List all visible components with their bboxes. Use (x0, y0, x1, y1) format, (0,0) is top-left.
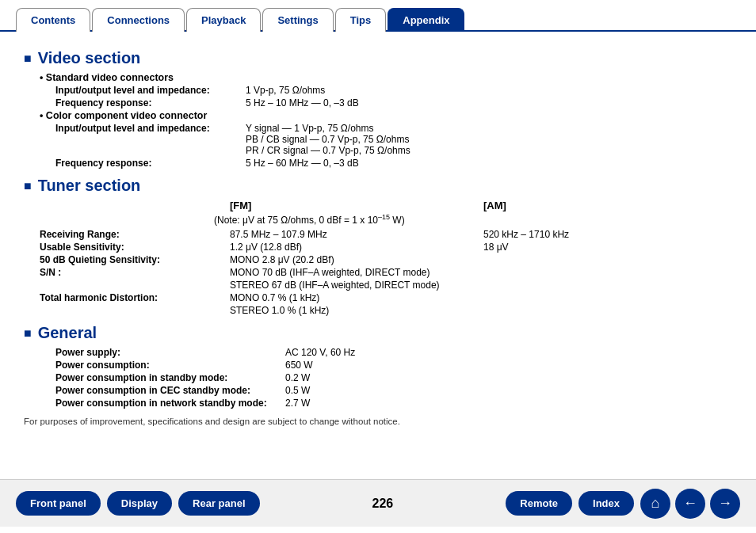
forward-arrow-icon: → (718, 495, 732, 512)
home-icon: ⌂ (651, 495, 660, 512)
icon-buttons: ⌂ ← → (640, 489, 740, 519)
general-row-cec-standby: Power consumption in CEC standby mode: 0… (55, 385, 732, 396)
video-row3-label: Input/output level and impedance: (55, 123, 246, 156)
tuner-fm-header: [FM] (230, 200, 483, 211)
tab-connections[interactable]: Connections (92, 8, 185, 32)
tuner-row-50db: 50 dB Quieting Sensitivity: MONO 2.8 μV … (40, 254, 732, 265)
tab-tips[interactable]: Tips (335, 8, 387, 32)
video-section-title: Video section (24, 49, 732, 67)
video-row4-value: 5 Hz – 60 MHz — 0, –3 dB (246, 158, 359, 169)
video-row3-values: Y signal — 1 Vp-p, 75 Ω/ohms PB / CB sig… (246, 123, 410, 156)
forward-button[interactable]: → (710, 489, 740, 519)
tuner-am-header: [AM] (483, 200, 506, 211)
tuner-row-thd1: Total harmonic Distortion: MONO 0.7 % (1… (40, 292, 732, 303)
back-arrow-icon: ← (683, 495, 697, 512)
video-bullet1: • Standard video connectors (40, 72, 732, 83)
general-section-title: General (24, 324, 732, 342)
tuner-row-sn1: S/N : MONO 70 dB (IHF–A weighted, DIRECT… (40, 267, 732, 278)
display-button[interactable]: Display (107, 491, 172, 516)
video-row1-value: 1 Vp-p, 75 Ω/ohms (246, 85, 325, 96)
video-row4-label: Frequency response: (55, 158, 246, 169)
tab-navigation: Contents Connections Playback Settings T… (0, 0, 756, 32)
general-row-standby: Power consumption in standby mode: 0.2 W (55, 372, 732, 383)
video-row2-value: 5 Hz – 10 MHz — 0, –3 dB (246, 97, 359, 109)
tuner-row-sn2: STEREO 67 dB (IHF–A weighted, DIRECT mod… (40, 280, 732, 291)
bottom-navigation: Front panel Display Rear panel 226 Remot… (0, 479, 756, 527)
video-row1-label: Input/output level and impedance: (55, 85, 246, 96)
tab-appendix[interactable]: Appendix (388, 8, 464, 32)
tuner-section-title: Tuner section (24, 177, 732, 195)
tab-contents[interactable]: Contents (16, 8, 90, 32)
tab-playback[interactable]: Playback (186, 8, 261, 32)
page-number: 226 (367, 497, 399, 511)
tuner-row-thd2: STEREO 1.0 % (1 kHz) (40, 305, 732, 316)
index-button[interactable]: Index (578, 491, 634, 516)
video-row2-label: Frequency response: (55, 97, 246, 109)
general-row-power-supply: Power supply: AC 120 V, 60 Hz (55, 347, 732, 358)
general-row-power-consumption: Power consumption: 650 W (55, 360, 732, 371)
tuner-row-receiving: Receiving Range: 87.5 MHz – 107.9 MHz 52… (40, 229, 732, 240)
home-button[interactable]: ⌂ (640, 489, 670, 519)
bottom-nav-buttons: Front panel Display Rear panel (16, 491, 260, 516)
back-button[interactable]: ← (675, 489, 705, 519)
tuner-note: (Note: μV at 75 Ω/ohms, 0 dBf = 1 x 10–1… (214, 213, 405, 226)
footer-note: For purposes of improvement, specificati… (24, 417, 732, 426)
front-panel-button[interactable]: Front panel (16, 491, 101, 516)
remote-button[interactable]: Remote (506, 491, 572, 516)
rear-panel-button[interactable]: Rear panel (178, 491, 259, 516)
video-bullet2: • Color component video connector (40, 110, 732, 121)
tuner-row-usable: Usable Sensitivity: 1.2 μV (12.8 dBf) 18… (40, 242, 732, 253)
general-row-network-standby: Power consumption in network standby mod… (55, 398, 732, 409)
tab-settings[interactable]: Settings (262, 8, 333, 32)
main-content: Video section • Standard video connector… (0, 32, 756, 479)
bottom-nav-right: Remote Index ⌂ ← → (506, 489, 740, 519)
